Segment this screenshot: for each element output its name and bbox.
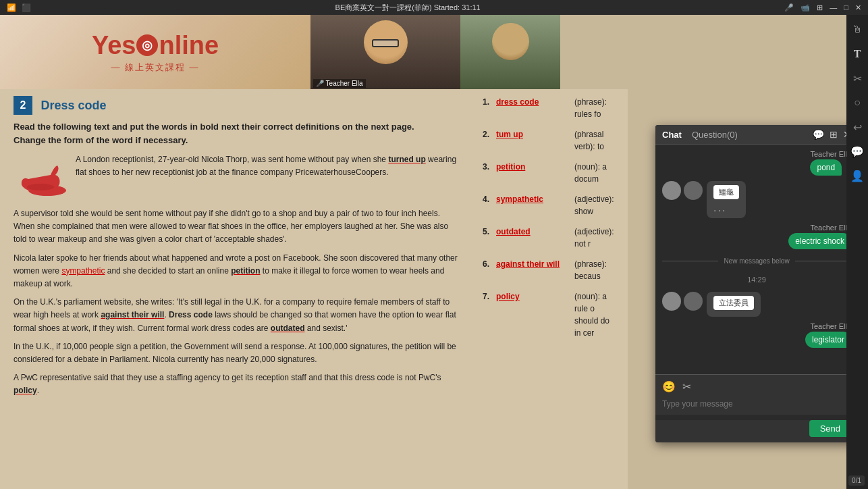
chat-bubble-tooltip: 鱷龜 ... [662, 181, 746, 218]
logo-text: Yes◎nline [92, 31, 219, 60]
instructions: Read the following text and put the word… [13, 120, 459, 147]
chat-icon-expand[interactable]: ⊞ [830, 129, 838, 140]
mic-icon[interactable]: 🎤 [784, 3, 794, 12]
chat-sender-ella-1: Teacher Ella [810, 150, 851, 158]
right-sidebar: 🖱 T ✂ ○ ↩ 💬 👤 [846, 15, 868, 489]
maximize-icon[interactable]: □ [844, 3, 848, 11]
grid-icon[interactable]: ⊞ [817, 3, 823, 12]
quiz-item-2: 2. tum up (phrasal verb): to [483, 128, 618, 153]
new-messages-divider: New messages below [662, 257, 851, 265]
quiz-item-1: 1. dress code (phrase): rules fo [483, 96, 618, 120]
video-student [460, 15, 560, 89]
section-number: 2 [13, 96, 32, 115]
chat-bubble-legislator-left: 立法委員 [662, 292, 761, 317]
shoe-image [13, 153, 67, 201]
typing-dots: ... [713, 202, 739, 214]
video-teacher: 🎤 Teacher Ella [310, 15, 460, 89]
chat-bubble-legislator: Teacher Ella legislator [805, 322, 851, 348]
article-text: A London receptionist, 27-year-old Nicol… [76, 153, 459, 201]
signal-icon: ⬛ [22, 3, 31, 12]
send-button[interactable]: Send [809, 420, 851, 437]
article-container: A London receptionist, 27-year-old Nicol… [13, 153, 459, 201]
chat-messages: Teacher Ella pond 鱷龜 ... Teacher Ella el… [655, 145, 858, 374]
divider-text: New messages below [724, 257, 789, 265]
emoji-icon[interactable]: 😊 [662, 380, 676, 393]
scissors-icon[interactable]: ✂ [682, 380, 691, 393]
chat-tab[interactable]: Chat [662, 130, 682, 140]
main-content: 2 Dress code Read the following text and… [0, 89, 472, 489]
minimize-icon[interactable]: — [830, 3, 837, 11]
chat-timestamp: 14:29 [662, 276, 851, 284]
avatar-2 [684, 181, 703, 200]
tooltip-bubble-legislator: 立法委員 [707, 292, 761, 317]
chat-sender-ella-3: Teacher Ella [805, 322, 851, 330]
tooltip-zh-text: 鱷龜 [713, 185, 739, 199]
sidebar-scissors-icon[interactable]: ✂ [849, 70, 865, 86]
sidebar-circle-icon[interactable]: ○ [849, 95, 865, 111]
sidebar-user-icon[interactable]: 👤 [849, 168, 865, 184]
camera-icon[interactable]: 📹 [801, 3, 810, 12]
two-avatars-2 [662, 292, 703, 311]
chat-bubble-pond: Teacher Ella pond [810, 150, 851, 176]
logo-subtitle: — 線上英文課程 — [92, 61, 219, 74]
chat-bubble-electric: Teacher Ella electric shock [788, 224, 851, 249]
quiz-item-4: 4. sympathetic (adjective): show [483, 193, 618, 217]
top-bar-right: 🎤 📹 ⊞ — □ ✕ [784, 3, 861, 12]
logo-wrapper: Yes◎nline — 線上英文課程 — [92, 31, 219, 74]
quiz-area: 1. dress code (phrase): rules fo 2. tum … [472, 89, 628, 489]
chat-header: Chat Question(0) 💬 ⊞ ✕ [655, 125, 858, 145]
divider-line-left [662, 261, 718, 261]
avatar-4 [684, 292, 703, 311]
sidebar-text-icon[interactable]: T [849, 46, 865, 62]
svg-point-1 [27, 184, 54, 190]
quiz-item-5: 5. outdated (adjective): not r [483, 226, 618, 250]
chat-icon-speech[interactable]: 💬 [813, 129, 824, 140]
article-text-body: A supervisor told she would be sent home… [13, 207, 459, 397]
wifi-icon: 📶 [7, 3, 16, 12]
top-bar-left: 📶 ⬛ [7, 3, 31, 12]
avatar-3 [662, 292, 681, 311]
tooltip-zh-legislator: 立法委員 [713, 296, 754, 310]
close-icon[interactable]: ✕ [855, 3, 861, 12]
sidebar-undo-icon[interactable]: ↩ [849, 119, 865, 135]
bottom-badge: 0/1 [848, 475, 865, 486]
chat-sender-ella-2: Teacher Ella [788, 224, 851, 232]
teacher-video-label: 🎤 Teacher Ella [313, 79, 366, 88]
top-bar: 📶 ⬛ BE商業英文一對一課程(菲師) Started: 31:11 🎤 📹 ⊞… [0, 0, 868, 15]
chat-send-row: Send [655, 420, 858, 442]
quiz-item-3: 3. petition (noun): a docum [483, 161, 618, 185]
logo-area: Yes◎nline — 線上英文課程 — [0, 15, 310, 89]
sidebar-cursor-icon[interactable]: 🖱 [849, 22, 865, 38]
chat-message-pond: pond [810, 159, 842, 176]
video-area: 🎤 Teacher Ella ⭐ [310, 15, 560, 89]
section-header: 2 Dress code [13, 96, 459, 115]
section-title: Dress code [40, 99, 106, 112]
sidebar-chat-icon[interactable]: 💬 [849, 143, 865, 159]
divider-line-right [795, 261, 851, 261]
avatar-1 [662, 181, 681, 200]
two-avatars [662, 181, 703, 200]
chat-input-icons: 😊 ✂ [662, 380, 851, 393]
chat-message-electric: electric shock [788, 233, 851, 249]
quiz-item-6: 6. against their will (phrase): becaus [483, 258, 618, 282]
chat-panel: Chat Question(0) 💬 ⊞ ✕ Teacher Ella pond… [655, 125, 858, 442]
chat-message-legislator: legislator [805, 332, 851, 348]
tooltip-bubble-crocodile: 鱷龜 ... [707, 181, 746, 218]
chat-input-field[interactable] [662, 399, 851, 409]
top-bar-title: BE商業英文一對一課程(菲師) Started: 31:11 [31, 3, 784, 13]
question-tab[interactable]: Question(0) [692, 130, 738, 140]
chat-input-area: 😊 ✂ [655, 374, 858, 415]
quiz-item-7: 7. policy (noun): a rule o should do in … [483, 290, 618, 339]
chat-header-icons: 💬 ⊞ ✕ [813, 129, 851, 140]
